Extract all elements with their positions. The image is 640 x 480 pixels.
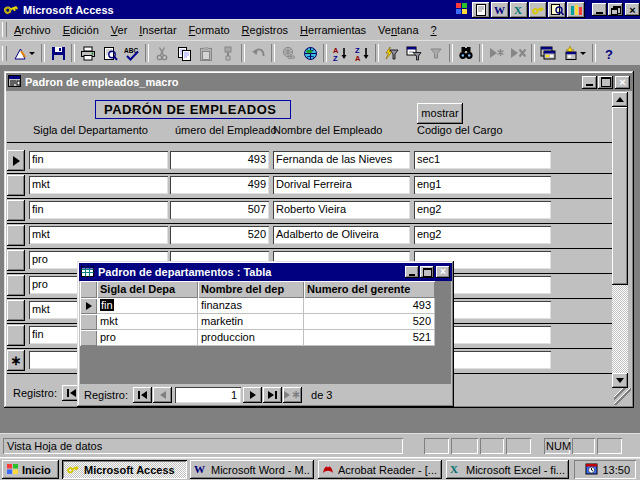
excel-icon[interactable]: X [510,2,528,18]
menu-registros[interactable]: Registros [236,21,294,39]
cell-sigla[interactable]: fin [97,298,198,314]
table-close-button[interactable]: × [436,266,450,278]
view-dropdown-arrow-icon[interactable] [29,52,35,55]
format-painter-button[interactable] [217,42,239,64]
cell-gerente[interactable]: 521 [304,330,435,346]
copy-button[interactable] [173,42,195,64]
restore-button[interactable] [608,3,623,16]
resize-grip[interactable] [614,388,631,405]
field-sigla[interactable]: fin [29,151,168,169]
table-minimize-button[interactable] [405,266,419,278]
field-sigla[interactable]: mkt [29,176,168,194]
bookshelf-icon[interactable] [567,2,585,18]
sort-ascending-button[interactable]: AZ [329,42,351,64]
help-button[interactable]: ? [598,42,620,64]
menu-ver[interactable]: Ver [105,21,134,39]
filter-by-form-button[interactable] [403,42,425,64]
minimize-button[interactable] [592,3,607,16]
record-selector[interactable] [7,275,25,296]
current-record-input[interactable]: 1 [175,387,241,403]
field-nombre[interactable]: Roberto Vieira [273,201,410,219]
next-record-button[interactable] [243,387,262,403]
last-record-button[interactable] [263,387,282,403]
scrollbar-thumb[interactable] [612,107,628,285]
datasheet-row-selector[interactable] [80,330,97,346]
menu-herramientas[interactable]: Herramientas [294,21,372,39]
field-cargo[interactable]: sec1 [414,151,551,169]
field-numero[interactable]: 493 [170,151,269,169]
form-minimize-button[interactable] [582,76,597,89]
cut-button[interactable] [151,42,173,64]
new-record-nav-button[interactable]: ∗ [283,387,302,403]
form-vertical-scrollbar[interactable] [612,92,628,388]
print-button[interactable] [77,42,99,64]
view-datasheet-button[interactable] [8,42,39,64]
form-close-button[interactable]: × [615,76,630,89]
record-selector[interactable] [7,325,25,346]
close-button[interactable]: × [625,3,640,16]
cell-nombre[interactable]: marketin [198,314,304,330]
new-record-button[interactable] [485,42,507,64]
paste-button[interactable] [195,42,217,64]
menubar-grip[interactable] [2,22,7,37]
field-numero[interactable]: 499 [170,176,269,194]
menu-edicion[interactable]: Edición [57,21,105,39]
find-fast-icon[interactable] [548,2,566,18]
record-selector[interactable] [7,300,25,321]
cell-sigla[interactable]: mkt [97,314,198,330]
field-numero[interactable]: 507 [170,201,269,219]
record-selector[interactable] [7,175,25,196]
record-selector[interactable] [7,250,25,271]
table-window-titlebar[interactable]: Padron de departamentos : Tabla × [79,263,452,281]
column-header-gerente[interactable]: Numero del gerente [304,281,435,298]
toolbar-grip[interactable] [2,46,7,61]
new-record-selector[interactable]: ∗ [7,350,25,371]
column-header-nombre[interactable]: Nombre del dep [198,281,304,298]
web-toolbar-button[interactable] [299,42,321,64]
menu-archivo[interactable]: Archivo [8,21,57,39]
find-button[interactable] [455,42,477,64]
field-nombre[interactable]: Dorival Ferreira [273,176,410,194]
database-window-button[interactable] [537,42,559,64]
menu-ayuda[interactable]: ? [425,21,443,39]
field-sigla[interactable]: mkt [29,226,168,244]
mostrar-button[interactable]: mostrar [417,103,463,124]
column-header-sigla[interactable]: Sigla del Depa [97,281,198,298]
cell-nombre[interactable]: finanzas [198,298,304,314]
start-button[interactable]: Inicio [2,460,59,479]
field-nombre[interactable]: Fernanda de las Nieves [273,151,410,169]
task-word[interactable]: W Microsoft Word - M... [190,460,314,479]
field-cargo[interactable]: eng2 [414,201,551,219]
menu-ventana[interactable]: Ventana [372,21,424,39]
datasheet-corner[interactable] [80,281,97,298]
field-cargo[interactable]: eng1 [414,176,551,194]
field-sigla[interactable]: fin [29,201,168,219]
print-preview-button[interactable] [99,42,121,64]
task-acrobat[interactable]: Acrobat Reader - [... [318,460,442,479]
field-nombre[interactable]: Adalberto de Oliveira [273,226,410,244]
office-logo-icon[interactable] [456,3,468,17]
menu-formato[interactable]: Formato [183,21,236,39]
word-icon[interactable]: W [491,2,509,18]
new-object-button[interactable] [559,42,590,64]
task-access[interactable]: Microsoft Access [62,460,187,479]
new-office-document-icon[interactable] [472,2,490,18]
save-button[interactable] [47,42,69,64]
datasheet-row-selector[interactable] [80,314,97,330]
first-record-button[interactable] [133,387,152,403]
scroll-up-button[interactable] [612,92,628,107]
form-window-titlebar[interactable]: Padron de empleados_macro × [6,73,632,91]
cell-nombre[interactable]: produccion [198,330,304,346]
previous-record-button[interactable] [153,387,172,403]
delete-record-button[interactable] [507,42,529,64]
cell-gerente[interactable]: 493 [304,298,435,314]
spelling-button[interactable]: ABC [121,42,143,64]
form-maximize-button[interactable] [598,76,613,89]
menu-insertar[interactable]: Insertar [133,21,182,39]
insert-hyperlink-button[interactable] [277,42,299,64]
record-selector[interactable] [7,150,25,171]
field-cargo[interactable]: eng2 [414,226,551,244]
cell-gerente[interactable]: 520 [304,314,435,330]
new-object-dropdown-arrow-icon[interactable] [580,52,586,55]
access-shortcut-key-icon[interactable] [529,2,547,18]
